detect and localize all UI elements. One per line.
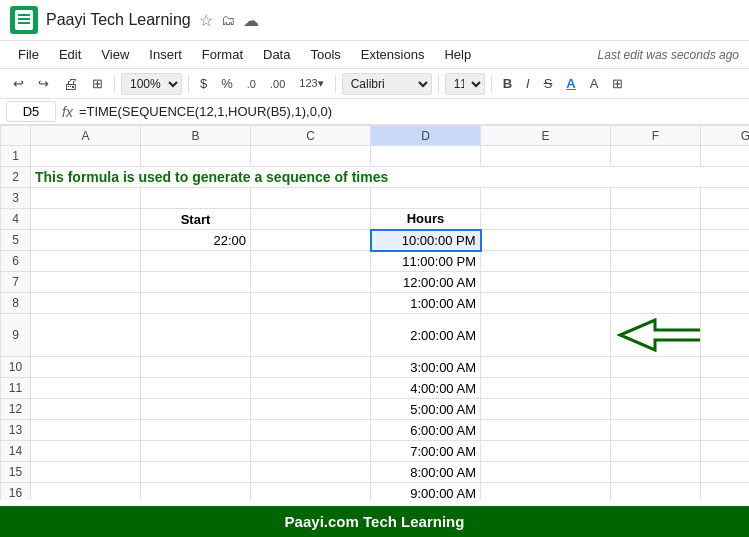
cell-a12[interactable]: [31, 399, 141, 420]
cell-e14[interactable]: [481, 441, 611, 462]
cell-c3[interactable]: [251, 188, 371, 209]
cell-d15[interactable]: 8:00:00 AM: [371, 462, 481, 483]
cell-a13[interactable]: [31, 420, 141, 441]
cell-e4[interactable]: [481, 209, 611, 230]
cell-c4[interactable]: [251, 209, 371, 230]
menu-view[interactable]: View: [93, 43, 137, 66]
menu-help[interactable]: Help: [436, 43, 479, 66]
font-size-select[interactable]: 11: [445, 73, 485, 95]
zoom-select[interactable]: 100%: [121, 73, 182, 95]
col-header-c[interactable]: C: [251, 126, 371, 146]
cell-b11[interactable]: [141, 378, 251, 399]
cell-a3[interactable]: [31, 188, 141, 209]
cell-f4[interactable]: [611, 209, 701, 230]
cell-c7[interactable]: [251, 272, 371, 293]
cell-b5[interactable]: 22:00: [141, 230, 251, 251]
cell-e1[interactable]: [481, 146, 611, 167]
cell-d7[interactable]: 12:00:00 AM: [371, 272, 481, 293]
menu-insert[interactable]: Insert: [141, 43, 190, 66]
cell-e6[interactable]: [481, 251, 611, 272]
cell-g6[interactable]: [701, 251, 750, 272]
cell-b7[interactable]: [141, 272, 251, 293]
italic-button[interactable]: I: [521, 73, 535, 94]
star-icon[interactable]: ☆: [199, 11, 213, 30]
cell-f12[interactable]: [611, 399, 701, 420]
text-color-button[interactable]: A: [561, 73, 580, 94]
cell-e13[interactable]: [481, 420, 611, 441]
cell-c11[interactable]: [251, 378, 371, 399]
cell-d11[interactable]: 4:00:00 AM: [371, 378, 481, 399]
col-header-e[interactable]: E: [481, 126, 611, 146]
cell-f9[interactable]: [611, 314, 701, 357]
folder-icon[interactable]: 🗂: [221, 12, 235, 28]
menu-format[interactable]: Format: [194, 43, 251, 66]
cell-c10[interactable]: [251, 357, 371, 378]
cell-f5[interactable]: [611, 230, 701, 251]
cell-a11[interactable]: [31, 378, 141, 399]
cell-d10[interactable]: 3:00:00 AM: [371, 357, 481, 378]
cell-f7[interactable]: [611, 272, 701, 293]
paint-format-button[interactable]: ⊞: [87, 73, 108, 94]
cell-e9[interactable]: [481, 314, 611, 357]
cell-d1[interactable]: [371, 146, 481, 167]
cell-g7[interactable]: [701, 272, 750, 293]
cell-c6[interactable]: [251, 251, 371, 272]
col-header-f[interactable]: F: [611, 126, 701, 146]
cell-b8[interactable]: [141, 293, 251, 314]
cell-e11[interactable]: [481, 378, 611, 399]
number-format-button[interactable]: 123▾: [294, 74, 328, 93]
print-button[interactable]: 🖨: [58, 72, 83, 95]
menu-data[interactable]: Data: [255, 43, 298, 66]
cell-b15[interactable]: [141, 462, 251, 483]
cell-b13[interactable]: [141, 420, 251, 441]
cell-e16[interactable]: [481, 483, 611, 501]
cell-g14[interactable]: [701, 441, 750, 462]
cell-a10[interactable]: [31, 357, 141, 378]
cell-e7[interactable]: [481, 272, 611, 293]
cell-g16[interactable]: [701, 483, 750, 501]
cell-a7[interactable]: [31, 272, 141, 293]
cell-b14[interactable]: [141, 441, 251, 462]
cell-e5[interactable]: [481, 230, 611, 251]
cell-f11[interactable]: [611, 378, 701, 399]
cell-d6[interactable]: 11:00:00 PM: [371, 251, 481, 272]
cell-b1[interactable]: [141, 146, 251, 167]
cell-b3[interactable]: [141, 188, 251, 209]
cell-b16[interactable]: [141, 483, 251, 501]
cell-f15[interactable]: [611, 462, 701, 483]
cell-c8[interactable]: [251, 293, 371, 314]
fill-color-button[interactable]: A: [585, 73, 604, 94]
cell-d13[interactable]: 6:00:00 AM: [371, 420, 481, 441]
col-header-d[interactable]: D: [371, 126, 481, 146]
menu-tools[interactable]: Tools: [302, 43, 348, 66]
col-header-b[interactable]: B: [141, 126, 251, 146]
cell-f8[interactable]: [611, 293, 701, 314]
cell-g4[interactable]: [701, 209, 750, 230]
dollar-button[interactable]: $: [195, 73, 212, 94]
cell-d14[interactable]: 7:00:00 AM: [371, 441, 481, 462]
cell-f14[interactable]: [611, 441, 701, 462]
cloud-icon[interactable]: ☁: [243, 11, 259, 30]
decimal00-button[interactable]: .00: [265, 75, 290, 93]
formula-input[interactable]: [79, 104, 743, 119]
undo-button[interactable]: ↩: [8, 73, 29, 94]
menu-extensions[interactable]: Extensions: [353, 43, 433, 66]
cell-c16[interactable]: [251, 483, 371, 501]
cell-g10[interactable]: [701, 357, 750, 378]
cell-d3[interactable]: [371, 188, 481, 209]
menu-edit[interactable]: Edit: [51, 43, 89, 66]
cell-g5[interactable]: [701, 230, 750, 251]
redo-button[interactable]: ↪: [33, 73, 54, 94]
cell-a5[interactable]: [31, 230, 141, 251]
cell-g12[interactable]: [701, 399, 750, 420]
cell-d8[interactable]: 1:00:00 AM: [371, 293, 481, 314]
cell-g8[interactable]: [701, 293, 750, 314]
cell-d5[interactable]: 10:00:00 PM: [371, 230, 481, 251]
cell-g11[interactable]: [701, 378, 750, 399]
cell-g9[interactable]: [701, 314, 750, 357]
cell-c12[interactable]: [251, 399, 371, 420]
cell-c1[interactable]: [251, 146, 371, 167]
cell-b6[interactable]: [141, 251, 251, 272]
cell-c9[interactable]: [251, 314, 371, 357]
cell-f3[interactable]: [611, 188, 701, 209]
